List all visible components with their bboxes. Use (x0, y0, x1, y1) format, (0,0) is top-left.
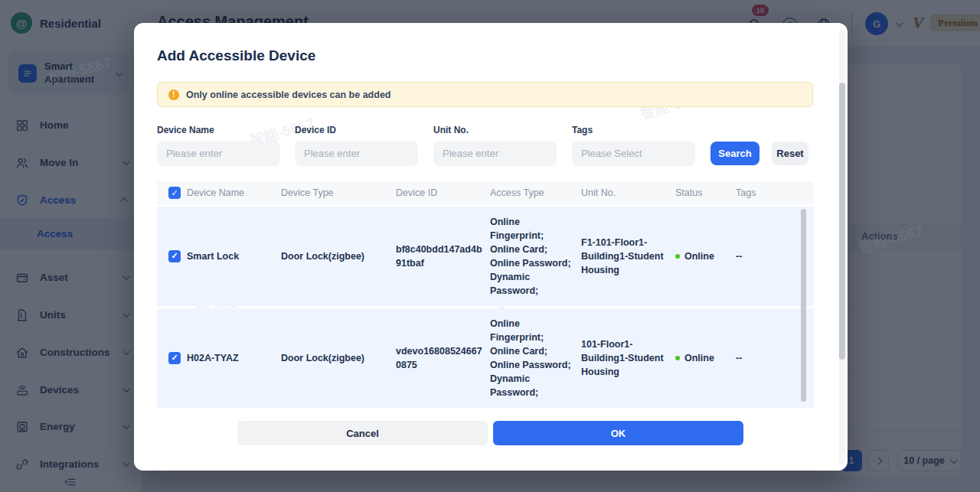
reset-button[interactable]: Reset (772, 142, 808, 165)
ok-button[interactable]: OK (493, 421, 743, 445)
cell-status: Online (675, 351, 736, 365)
table-row[interactable]: ✓ H02A-TYAZ Door Lock(zigbee) vdevo16808… (157, 308, 814, 408)
cell-device-name: H02A-TYAZ (187, 351, 281, 365)
column-header: Device Type (281, 187, 396, 198)
add-accessible-device-modal: 智能-5667 智能-5667 智能-5667 智能-5667 Add Acce… (134, 23, 848, 471)
column-header: Device ID (396, 187, 490, 198)
cell-unit-no: F1-101-Floor1-Building1-Student Housing (581, 236, 675, 277)
cell-device-type: Door Lock(zigbee) (281, 249, 396, 263)
cell-device-id: vdevo168085246670875 (396, 344, 490, 372)
device-table: ✓ Device Name Device Type Device ID Acce… (157, 181, 814, 408)
watermark: 智能-5667 (856, 221, 925, 258)
watermark: 智能-5667 (44, 53, 113, 90)
cell-device-id: bf8c40bdd147ad4b91tbaf (396, 243, 490, 270)
cell-device-type: Door Lock(zigbee) (281, 351, 396, 365)
column-header: Device Name (187, 187, 281, 198)
device-name-label: Device Name (157, 125, 214, 135)
tags-label: Tags (572, 125, 593, 135)
modal-title: Add Accessible Device (157, 47, 315, 64)
table-row[interactable]: ✓ Smart Lock Door Lock(zigbee) bf8c40bdd… (157, 207, 814, 306)
cancel-button[interactable]: Cancel (237, 421, 488, 445)
online-status-dot (675, 254, 680, 259)
search-button[interactable]: Search (710, 142, 760, 165)
cell-access-type: Online Fingerprint; Online Card; Online … (490, 215, 581, 298)
table-scrollbar-thumb[interactable] (801, 209, 806, 402)
row-checkbox[interactable]: ✓ (168, 250, 181, 262)
cell-device-name: Smart Lock (187, 249, 281, 263)
cell-status: Online (675, 249, 736, 263)
online-status-dot (675, 356, 680, 360)
column-header: Tags (736, 187, 814, 198)
status-text: Online (684, 249, 714, 263)
device-id-label: Device ID (295, 125, 336, 135)
select-all-checkbox[interactable]: ✓ (168, 187, 181, 199)
unit-no-input[interactable] (433, 141, 557, 166)
unit-no-label: Unit No. (433, 125, 469, 135)
tags-select[interactable]: Please Select (572, 141, 695, 166)
alert-banner: ! Only online accessible devices can be … (157, 82, 813, 107)
table-header-row: ✓ Device Name Device Type Device ID Acce… (157, 181, 814, 204)
cell-access-type: Online Fingerprint; Online Card; Online … (490, 317, 581, 400)
device-id-input[interactable] (295, 141, 418, 166)
column-header: Unit No. (581, 187, 675, 198)
cell-unit-no: 101-Floor1-Building1-Student Housing (581, 337, 675, 379)
device-name-input[interactable] (157, 141, 280, 166)
column-header: Access Type (490, 187, 581, 198)
warning-icon: ! (168, 90, 179, 100)
column-header: Status (675, 187, 736, 198)
tags-select-placeholder: Please Select (581, 148, 642, 159)
status-text: Online (684, 351, 714, 365)
row-checkbox[interactable]: ✓ (168, 352, 181, 364)
alert-text: Only online accessible devices can be ad… (186, 90, 390, 100)
modal-scrollbar-thumb[interactable] (839, 83, 845, 360)
